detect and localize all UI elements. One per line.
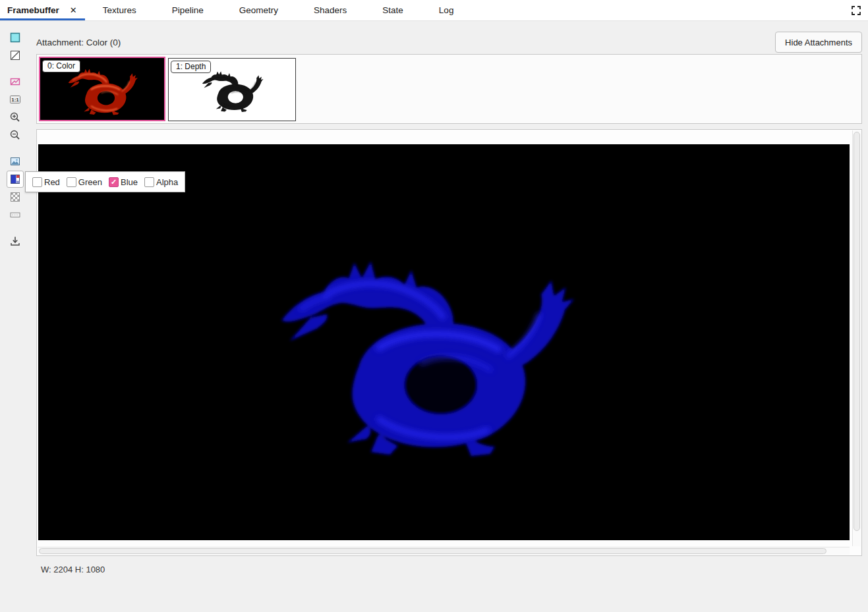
attachment-label: Attachment: Color (0) bbox=[36, 38, 121, 47]
one-to-one-icon[interactable]: 1:1 bbox=[7, 91, 24, 108]
tab-label: Framebuffer bbox=[7, 5, 59, 15]
rendered-dragon-blue-channel bbox=[262, 232, 592, 466]
tab-textures[interactable]: Textures bbox=[85, 0, 154, 20]
tab-state[interactable]: State bbox=[364, 0, 421, 20]
attachment-badge: 1: Depth bbox=[171, 61, 211, 73]
tab-shaders[interactable]: Shaders bbox=[296, 0, 364, 20]
channel-alpha-checkbox[interactable]: ✓ Alpha bbox=[144, 177, 178, 187]
channel-blue-checkbox[interactable]: ✓ Blue bbox=[109, 177, 138, 187]
horizontal-scrollbar[interactable] bbox=[38, 547, 850, 555]
left-toolbar: 1:1 bbox=[0, 21, 30, 612]
channel-green-checkbox[interactable]: ✓ Green bbox=[67, 177, 102, 187]
color-swatch-icon[interactable] bbox=[7, 29, 24, 46]
channel-red-checkbox[interactable]: ✓ Red bbox=[32, 177, 60, 187]
fullscreen-icon[interactable] bbox=[848, 3, 864, 18]
channel-popup: ✓ Red ✓ Green ✓ Blue ✓ Alpha bbox=[25, 171, 185, 192]
image-preview-icon[interactable] bbox=[7, 153, 24, 170]
debugger-window: Framebuffer ✕ Textures Pipeline Geometry… bbox=[0, 0, 868, 612]
diagonal-slash-icon[interactable] bbox=[7, 47, 24, 64]
checkbox-icon: ✓ bbox=[144, 177, 154, 187]
tab-log[interactable]: Log bbox=[421, 0, 472, 20]
svg-text:1:1: 1:1 bbox=[11, 97, 19, 103]
framebuffer-canvas[interactable] bbox=[38, 144, 850, 540]
zoom-in-icon[interactable] bbox=[7, 109, 24, 126]
vertical-scrollbar-thumb[interactable] bbox=[854, 132, 860, 531]
size-status-label: W: 2204 H: 1080 bbox=[36, 565, 862, 574]
checkbox-icon: ✓ bbox=[67, 177, 76, 187]
tab-geometry[interactable]: Geometry bbox=[221, 0, 296, 20]
vertical-scrollbar[interactable] bbox=[852, 130, 861, 546]
channels-icon[interactable] bbox=[7, 171, 24, 188]
close-tab-icon[interactable]: ✕ bbox=[70, 5, 77, 15]
channel-label: Red bbox=[44, 177, 60, 187]
attachment-badge: 0: Color bbox=[42, 60, 80, 72]
framebuffer-panel: Attachment: Color (0) Hide Attachments 0… bbox=[30, 21, 868, 612]
viewport-panel bbox=[36, 129, 862, 556]
channel-label: Green bbox=[78, 177, 102, 187]
channel-label: Alpha bbox=[156, 177, 178, 187]
save-image-icon[interactable] bbox=[7, 233, 24, 250]
tab-framebuffer[interactable]: Framebuffer ✕ bbox=[0, 0, 85, 20]
letterbox-icon[interactable] bbox=[7, 206, 24, 223]
zoom-out-icon[interactable] bbox=[7, 126, 24, 144]
attachment-thumb-depth[interactable]: 1: Depth bbox=[168, 58, 296, 121]
hide-attachments-button[interactable]: Hide Attachments bbox=[775, 32, 862, 53]
checkerboard-icon[interactable] bbox=[7, 188, 24, 206]
tab-bar: Framebuffer ✕ Textures Pipeline Geometry… bbox=[0, 0, 868, 21]
channel-label: Blue bbox=[121, 177, 138, 187]
tab-pipeline[interactable]: Pipeline bbox=[154, 0, 221, 20]
attachment-thumb-color[interactable]: 0: Color bbox=[39, 57, 165, 121]
checkbox-icon: ✓ bbox=[109, 177, 119, 187]
checkbox-icon: ✓ bbox=[32, 177, 42, 187]
attachments-panel: 0: Color 1: Depth bbox=[36, 54, 862, 124]
flip-image-icon[interactable] bbox=[7, 73, 24, 90]
horizontal-scrollbar-thumb[interactable] bbox=[39, 548, 826, 554]
